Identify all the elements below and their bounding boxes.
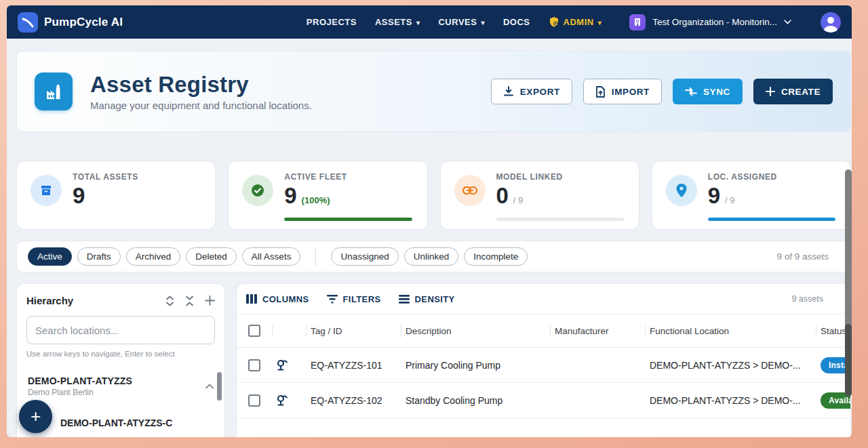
location-search-input[interactable]: [35, 325, 206, 336]
row-checkbox[interactable]: [248, 359, 260, 371]
sync-button[interactable]: SYNC: [673, 79, 743, 104]
import-button[interactable]: IMPORT: [583, 79, 662, 104]
stat-label: LOC. ASSIGNED: [708, 172, 777, 182]
organization-building-icon: [629, 14, 646, 30]
filters-button[interactable]: FILTERS: [327, 294, 381, 304]
divider: [315, 248, 316, 266]
table-toolbar: COLUMNS FILTERS DENSITY 9 assets: [237, 284, 850, 314]
add-location-icon[interactable]: [205, 296, 215, 306]
nav-links: PROJECTS ASSETS▾ CURVES▾ DOCS ADMIN ▾ Te…: [307, 12, 841, 33]
chip-active[interactable]: Active: [28, 247, 72, 266]
main-row: Hierarchy: [16, 283, 851, 437]
stat-value: 9: [73, 183, 85, 209]
chevron-down-icon: [784, 20, 791, 24]
chip-archived[interactable]: Archived: [126, 247, 181, 266]
nav-projects[interactable]: PROJECTS: [307, 17, 357, 27]
header-text: Asset Registry Manage your equipment and…: [90, 72, 312, 111]
columns-button[interactable]: COLUMNS: [246, 294, 309, 304]
nav-admin[interactable]: ADMIN ▾: [549, 16, 602, 28]
cell-description: Primary Cooling Pump: [401, 360, 550, 371]
cell-location: DEMO-PLANT-ATYZZS > DEMO-...: [645, 395, 816, 406]
columns-icon: [246, 294, 257, 304]
row-checkbox[interactable]: [248, 394, 260, 407]
brand-name: PumpCycle AI: [44, 16, 123, 29]
filter-bar: Active Drafts Archived Deleted All Asset…: [16, 241, 851, 272]
stat-value: 0: [496, 183, 509, 209]
chip-unassigned[interactable]: Unassigned: [331, 247, 398, 266]
cell-tag: EQ-ATYZZS-102: [306, 395, 401, 406]
person-icon: [821, 14, 841, 33]
stat-card-loc-assigned: LOC. ASSIGNED 9 / 9: [652, 161, 851, 230]
icon-column-header: [272, 314, 306, 347]
sync-arrows-icon: [685, 87, 697, 96]
page-scrollbar: [845, 5, 852, 437]
table-header-row: Tag / ID Description Manufacturer Functi…: [237, 314, 850, 348]
pump-icon: [272, 394, 306, 406]
assets-table-card: COLUMNS FILTERS DENSITY 9 assets T: [236, 283, 851, 437]
collapse-all-icon[interactable]: [185, 296, 194, 306]
filter-list-icon: [327, 295, 338, 304]
table-scrollbar-thumb[interactable]: [845, 324, 852, 396]
create-button[interactable]: CREATE: [753, 79, 833, 104]
nav-assets[interactable]: ASSETS▾: [375, 17, 420, 27]
stat-suffix: (100%): [302, 195, 330, 205]
chevron-down-icon: ▾: [598, 20, 602, 26]
assets-count: 9 of 9 assets: [776, 251, 840, 262]
nav-docs[interactable]: DOCS: [503, 17, 530, 27]
hierarchy-scrollbar-thumb[interactable]: [217, 372, 222, 401]
org-label: Test Organization - Monitorin...: [652, 17, 777, 27]
header-actions: EXPORT IMPORT SYNC CREATE: [491, 79, 833, 104]
stat-label: MODEL LINKED: [496, 172, 563, 182]
user-avatar[interactable]: [821, 12, 841, 33]
map-pin-icon: [666, 175, 697, 206]
stat-label: TOTAL ASSETS: [73, 172, 138, 182]
column-header-location[interactable]: Functional Location: [645, 314, 816, 347]
table-row[interactable]: EQ-ATYZZS-102 Standby Cooling Pump DEMO-…: [237, 383, 850, 418]
location-tree: DEMO-PLANT-ATYZZS Demo Plant Berlin DEMO…: [26, 373, 215, 428]
column-header-tag[interactable]: Tag / ID: [306, 314, 401, 347]
link-icon: [454, 175, 486, 206]
chip-incomplete[interactable]: Incomplete: [464, 247, 528, 266]
progress-track: [496, 218, 624, 221]
top-navbar: PumpCycle AI PROJECTS ASSETS▾ CURVES▾ DO…: [7, 5, 852, 39]
progress-fill: [708, 218, 835, 221]
chip-deleted[interactable]: Deleted: [186, 247, 237, 266]
location-search-box: [26, 316, 215, 344]
table-row[interactable]: EQ-ATYZZS-101 Primary Cooling Pump DEMO-…: [237, 348, 850, 383]
cell-tag: EQ-ATYZZS-101: [306, 360, 401, 371]
progress-fill: [284, 218, 412, 221]
factory-icon: [35, 73, 73, 110]
chevron-up-icon[interactable]: [205, 384, 214, 389]
org-selector[interactable]: Test Organization - Monitorin...: [629, 14, 791, 30]
pump-curve-logo-icon: [18, 12, 38, 33]
chevron-down-icon: ▾: [481, 20, 485, 26]
stat-value: 9: [284, 183, 296, 209]
floating-add-button[interactable]: +: [19, 400, 52, 433]
density-button[interactable]: DENSITY: [399, 294, 455, 304]
app-window: PumpCycle AI PROJECTS ASSETS▾ CURVES▾ DO…: [7, 5, 852, 437]
stat-suffix: / 9: [725, 195, 734, 205]
check-circle-icon: [242, 175, 273, 206]
hierarchy-title: Hierarchy: [26, 295, 73, 306]
chip-drafts[interactable]: Drafts: [77, 247, 121, 266]
chip-unlinked[interactable]: Unlinked: [404, 247, 459, 266]
column-header-manufacturer[interactable]: Manufacturer: [550, 314, 645, 347]
stat-value: 9: [708, 183, 720, 209]
select-all-checkbox[interactable]: [248, 325, 260, 337]
tree-node-plant[interactable]: DEMO-PLANT-ATYZZS Demo Plant Berlin: [26, 373, 215, 400]
nav-curves[interactable]: CURVES▾: [438, 17, 484, 27]
column-header-description[interactable]: Description: [401, 314, 550, 347]
expand-all-icon[interactable]: [165, 296, 174, 306]
stat-card-total-assets: TOTAL ASSETS 9: [16, 161, 216, 230]
page-subtitle: Manage your equipment and functional loc…: [90, 100, 312, 111]
chip-all-assets[interactable]: All Assets: [242, 247, 301, 266]
stats-row: TOTAL ASSETS 9 ACTIVE FLEET 9: [16, 161, 851, 230]
table-assets-count: 9 assets: [791, 294, 841, 304]
brand[interactable]: PumpCycle AI: [18, 12, 123, 33]
admin-shield-icon: [549, 16, 559, 28]
export-button[interactable]: EXPORT: [491, 79, 572, 104]
tree-node-child[interactable]: DEMO-PLANT-ATYZZS-C: [60, 418, 215, 428]
page-content: Asset Registry Manage your equipment and…: [7, 39, 852, 437]
stat-card-active-fleet: ACTIVE FLEET 9 (100%): [228, 161, 427, 230]
stat-suffix: / 9: [513, 195, 523, 205]
